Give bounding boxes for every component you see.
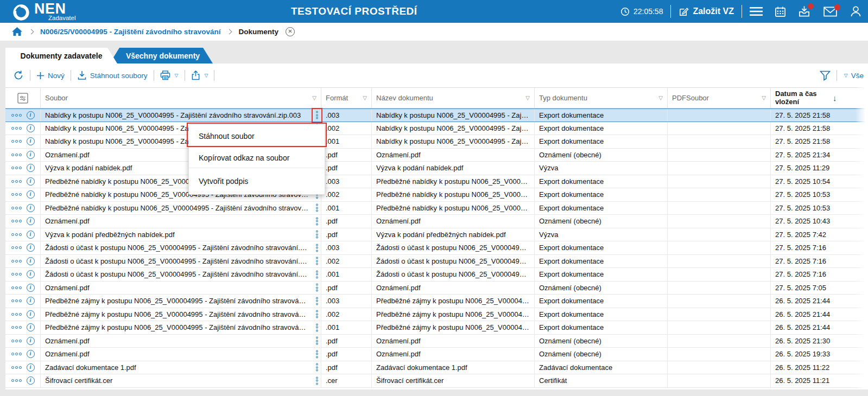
table-row[interactable]: i Předběžné nabídky k postupu N006_25_V0… [5, 202, 868, 215]
filter-preset-dropdown[interactable]: ▽ Vše [843, 72, 864, 80]
row-menu-icon[interactable] [316, 217, 318, 225]
close-breadcrumb-icon[interactable]: ✕ [286, 27, 295, 36]
filter-icon[interactable]: ▽ [525, 95, 530, 101]
info-icon[interactable]: i [27, 217, 35, 225]
table-row[interactable]: i Oznámení.pdf .pdf Oznámení.pdf Oznámen… [5, 282, 868, 295]
table-row[interactable]: i Žádosti o účast k postupu N006_25_V000… [5, 241, 868, 255]
header-nazev-dokumentu[interactable]: Název dokumentu ▽ [372, 88, 535, 108]
row-options-icon[interactable] [11, 246, 22, 249]
export-dropdown-icon[interactable]: ▽ [205, 73, 208, 78]
table-row[interactable]: i Oznámení.pdf .pdf Oznámení.pdf Oznámen… [5, 149, 868, 162]
row-options-icon[interactable] [11, 140, 22, 143]
info-icon[interactable]: i [27, 350, 35, 358]
table-row[interactable]: i Oznámení.pdf .pdf Oznámení.pdf Oznámen… [5, 335, 868, 348]
sort-desc-icon[interactable]: ↓ [833, 93, 837, 103]
row-options-icon[interactable] [11, 366, 22, 369]
filter-icon[interactable]: ▽ [363, 95, 367, 101]
table-row[interactable]: i Žádosti o účast k postupu N006_25_V000… [5, 268, 868, 282]
new-button[interactable]: Nový [36, 72, 65, 80]
row-options-icon[interactable] [11, 154, 22, 156]
menu-button[interactable] [750, 7, 763, 16]
row-menu-icon[interactable] [316, 204, 318, 212]
info-icon[interactable]: i [27, 204, 35, 212]
row-menu-icon[interactable] [316, 363, 318, 372]
row-options-icon[interactable] [11, 127, 22, 130]
downloads-button[interactable] [798, 5, 810, 17]
row-options-icon[interactable] [11, 233, 22, 236]
info-icon[interactable]: i [27, 137, 35, 145]
menu-item-vytvorit-podpis[interactable]: Vytvořit podpis [189, 168, 325, 194]
profile-button[interactable] [850, 5, 861, 17]
row-options-icon[interactable] [11, 340, 22, 342]
row-options-icon[interactable] [11, 193, 22, 196]
info-icon[interactable]: i [27, 323, 35, 331]
row-menu-icon[interactable] [316, 323, 318, 331]
table-row[interactable]: i Oznámení.pdf .pdf Oznámení.pdf Oznámen… [5, 348, 868, 361]
row-options-icon[interactable] [11, 379, 22, 382]
row-menu-icon[interactable] [316, 376, 318, 385]
table-row[interactable]: i Nabídky k postupu N006_25_V00004995 - … [5, 122, 868, 136]
info-icon[interactable]: i [27, 177, 35, 186]
menu-item-kopirovat-odkaz[interactable]: Kopírovat odkaz na soubor [189, 148, 325, 168]
download-files-button[interactable]: Stáhnout soubory [77, 71, 148, 80]
row-menu-icon[interactable] [316, 270, 318, 278]
messages-button[interactable] [823, 7, 837, 17]
header-datum-cas[interactable]: Datum a čas vložení ↓ [771, 88, 868, 108]
row-menu-icon[interactable] [316, 310, 318, 318]
info-icon[interactable]: i [27, 257, 35, 265]
table-row[interactable]: i Šifrovací certifikát.cer .cer Šifrovac… [5, 374, 868, 388]
header-soubor[interactable]: Soubor ▽ [41, 88, 321, 108]
table-row[interactable]: i Předběžné nabídky k postupu N006_25_V0… [5, 175, 868, 189]
nen-logo[interactable]: NEN Zadavatel [12, 2, 76, 22]
export-button[interactable]: ▽ [191, 71, 208, 80]
row-menu-icon[interactable] [316, 111, 318, 119]
table-row[interactable]: i Předběžné zájmy k postupu N006_25_V000… [5, 321, 868, 335]
row-options-icon[interactable] [11, 286, 22, 289]
table-row[interactable]: i Žádosti o účast k postupu N006_25_V000… [5, 255, 868, 269]
row-options-icon[interactable] [11, 299, 22, 302]
info-icon[interactable]: i [27, 337, 35, 345]
row-options-icon[interactable] [11, 260, 22, 263]
menu-item-stahnout-soubor[interactable]: Stáhnout soubor [189, 125, 325, 148]
row-menu-icon[interactable] [316, 297, 318, 305]
info-icon[interactable]: i [27, 244, 35, 252]
table-row[interactable]: i Oznámení.pdf .pdf Oznámení.pdf Oznámen… [5, 215, 868, 228]
header-format[interactable]: Formát ▽ [321, 88, 372, 108]
column-settings-icon[interactable] [17, 93, 28, 104]
row-options-icon[interactable] [11, 167, 22, 169]
table-row[interactable]: i Výzva k podání předběžných nabídek.pdf… [5, 228, 868, 242]
filter-icon[interactable]: ▽ [658, 95, 663, 101]
row-options-icon[interactable] [11, 114, 22, 117]
table-row[interactable]: i Předběžné nabídky k postupu N006_25_V0… [5, 188, 868, 202]
header-typ-dokumentu[interactable]: Typ dokumentu ▽ [535, 88, 668, 108]
table-row[interactable]: i Nabídky k postupu N006_25_V00004995 - … [5, 108, 868, 122]
filter-icon[interactable]: ▽ [312, 95, 316, 101]
info-icon[interactable]: i [27, 231, 35, 239]
filter-icon[interactable]: ▽ [762, 95, 766, 101]
row-menu-icon[interactable] [316, 244, 318, 252]
info-icon[interactable]: i [27, 310, 35, 318]
header-pdfsoubor[interactable]: PDFSoubor ▽ [668, 88, 771, 108]
info-icon[interactable]: i [27, 190, 35, 199]
info-icon[interactable]: i [27, 284, 35, 292]
calendar-button[interactable] [775, 6, 786, 17]
info-icon[interactable]: i [27, 270, 35, 278]
info-icon[interactable]: i [27, 151, 35, 159]
table-row[interactable]: i Zadávací dokumentace 1.pdf .pdf Zadáva… [5, 361, 868, 375]
tab-vsechny-dokumenty[interactable]: Všechny dokumenty [110, 48, 213, 63]
info-icon[interactable]: i [27, 124, 35, 132]
breadcrumb-procedure-link[interactable]: N006/25/V00004995 - Zajištění závodního … [40, 28, 220, 36]
row-options-icon[interactable] [11, 207, 22, 209]
refresh-button[interactable] [13, 70, 24, 81]
filter-button[interactable] [820, 71, 831, 81]
row-menu-icon[interactable] [316, 350, 318, 358]
row-menu-icon[interactable] [316, 284, 318, 292]
info-icon[interactable]: i [27, 297, 35, 305]
row-options-icon[interactable] [11, 326, 22, 329]
row-options-icon[interactable] [11, 220, 22, 222]
print-button[interactable]: ▽ [160, 71, 179, 80]
info-icon[interactable]: i [27, 111, 35, 119]
table-row[interactable]: i Nabídky k postupu N006_25_V00004995 - … [5, 135, 868, 149]
row-options-icon[interactable] [11, 313, 22, 316]
info-icon[interactable]: i [27, 376, 35, 385]
